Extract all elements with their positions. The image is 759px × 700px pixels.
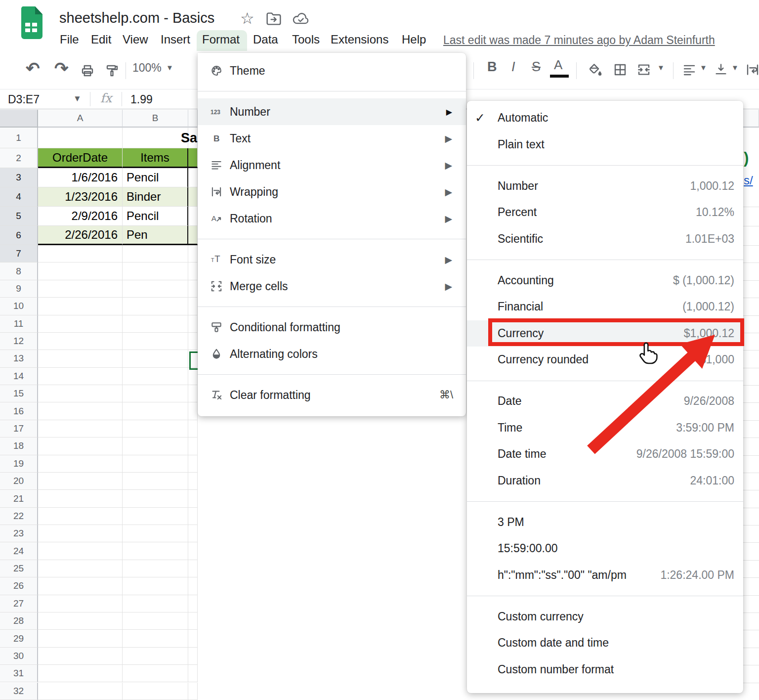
- cell-A30[interactable]: [38, 648, 123, 665]
- cell-B2[interactable]: Items: [123, 148, 188, 168]
- row-header-26[interactable]: 26: [0, 577, 38, 595]
- cell-B13[interactable]: [123, 350, 188, 367]
- cell-A14[interactable]: [38, 368, 123, 385]
- row-header-8[interactable]: 8: [0, 262, 38, 280]
- cell-A27[interactable]: [38, 595, 123, 612]
- cell-C26[interactable]: [188, 577, 198, 595]
- cell-A11[interactable]: [38, 315, 123, 333]
- vertical-align-icon[interactable]: [714, 62, 728, 79]
- row-header-29[interactable]: 29: [0, 630, 38, 647]
- row-header-21[interactable]: 21: [0, 490, 38, 507]
- text-wrap-icon[interactable]: [745, 62, 759, 79]
- cell-A26[interactable]: [38, 577, 123, 595]
- cell-A20[interactable]: [38, 473, 123, 490]
- cell-A8[interactable]: [38, 262, 123, 280]
- select-all-corner[interactable]: [0, 110, 38, 128]
- row-header-9[interactable]: 9: [0, 280, 38, 298]
- row-header-7[interactable]: 7: [0, 245, 38, 262]
- cell-A17[interactable]: [38, 420, 123, 438]
- cell-B6[interactable]: Pen: [123, 226, 188, 245]
- format-menu-item-text[interactable]: BText▶: [198, 125, 466, 152]
- italic-icon[interactable]: I: [511, 59, 515, 75]
- cell-A12[interactable]: [38, 333, 123, 350]
- cell-C20[interactable]: [188, 473, 198, 490]
- row-header-11[interactable]: 11: [0, 315, 38, 333]
- menubar-item-view[interactable]: View: [123, 33, 148, 46]
- cell-B21[interactable]: [123, 490, 188, 507]
- cell-B17[interactable]: [123, 420, 188, 438]
- cell-C16[interactable]: [188, 402, 198, 420]
- row-header-12[interactable]: 12: [0, 333, 38, 350]
- zoom-caret-icon[interactable]: ▼: [166, 63, 173, 72]
- cell-B4[interactable]: Binder: [123, 187, 188, 207]
- cell-A9[interactable]: [38, 280, 123, 298]
- cell-C22[interactable]: [188, 508, 198, 525]
- cell-B20[interactable]: [123, 473, 188, 490]
- cell-B28[interactable]: [123, 612, 188, 630]
- cell-B16[interactable]: [123, 402, 188, 420]
- formula-input-value[interactable]: 1.99: [130, 93, 153, 106]
- row-header-22[interactable]: 22: [0, 508, 38, 525]
- row-header-10[interactable]: 10: [0, 298, 38, 315]
- cell-B30[interactable]: [123, 648, 188, 665]
- number-menu-item-h-mm-ss-00-am-pm[interactable]: h":"mm":"ss"."00" "am/pm1:26:24.00 PM: [467, 562, 743, 589]
- cell-C29[interactable]: [188, 630, 198, 647]
- cell-B11[interactable]: [123, 315, 188, 333]
- valign-caret-icon[interactable]: ▼: [731, 63, 739, 72]
- cell-C23[interactable]: [188, 525, 198, 542]
- cell-C30[interactable]: [188, 648, 198, 665]
- cell-C6[interactable]: [188, 226, 198, 245]
- cell-C4[interactable]: [188, 187, 198, 207]
- cell-C5[interactable]: [188, 207, 198, 226]
- zoom-select[interactable]: 100%: [132, 61, 162, 75]
- borders-icon[interactable]: [613, 62, 628, 79]
- cell-A6[interactable]: 2/26/2016: [38, 226, 123, 245]
- halign-caret-icon[interactable]: ▼: [700, 63, 707, 72]
- format-menu-item-number[interactable]: 123Number▶: [198, 98, 466, 125]
- format-menu-item-alignment[interactable]: Alignment▶: [198, 152, 466, 178]
- row-header-15[interactable]: 15: [0, 385, 38, 402]
- menubar-item-file[interactable]: File: [60, 33, 79, 46]
- cell-A5[interactable]: 2/9/2016: [38, 207, 123, 226]
- undo-icon[interactable]: ↶: [26, 58, 40, 78]
- cell-C8[interactable]: [188, 262, 198, 280]
- cell-C10[interactable]: [188, 298, 198, 315]
- row-header-18[interactable]: 18: [0, 438, 38, 455]
- row-header-25[interactable]: 25: [0, 560, 38, 577]
- column-header-A[interactable]: A: [38, 110, 123, 128]
- row-header-4[interactable]: 4: [0, 187, 38, 207]
- cell-A10[interactable]: [38, 298, 123, 315]
- menubar-item-help[interactable]: Help: [402, 33, 426, 46]
- cell-C25[interactable]: [188, 560, 198, 577]
- cell-C21[interactable]: [188, 490, 198, 507]
- name-box-caret-icon[interactable]: ▼: [73, 94, 82, 104]
- redo-icon[interactable]: ↷: [54, 58, 69, 78]
- cell-C9[interactable]: [188, 280, 198, 298]
- link-text-fragment[interactable]: s/: [744, 174, 753, 187]
- menubar-item-data[interactable]: Data: [253, 33, 278, 46]
- cell-B7[interactable]: [123, 245, 188, 262]
- cell-C31[interactable]: [188, 665, 198, 682]
- cell-B31[interactable]: [123, 665, 188, 682]
- number-menu-item-percent[interactable]: Percent10.12%: [467, 199, 743, 226]
- cell-C11[interactable]: [188, 315, 198, 333]
- format-menu-item-font-size[interactable]: TTFont size▶: [198, 246, 466, 273]
- cell-A21[interactable]: [38, 490, 123, 507]
- number-menu-item-automatic[interactable]: ✓Automatic: [467, 105, 743, 131]
- number-menu-item-duration[interactable]: Duration24:01:00: [467, 468, 743, 494]
- cell-A29[interactable]: [38, 630, 123, 647]
- cell-A23[interactable]: [38, 525, 123, 542]
- format-menu-item-conditional-formatting[interactable]: Conditional formatting: [198, 314, 466, 341]
- cell-B14[interactable]: [123, 368, 188, 385]
- number-menu-item-accounting[interactable]: Accounting$ (1,000.12): [467, 267, 743, 294]
- cell-C32[interactable]: [188, 683, 198, 700]
- number-menu-item-custom-number-format[interactable]: Custom number format: [467, 656, 743, 683]
- cell-B32[interactable]: [123, 683, 188, 700]
- number-menu-item-3-pm[interactable]: 3 PM: [467, 509, 743, 536]
- row-header-16[interactable]: 16: [0, 402, 38, 420]
- cell-B8[interactable]: [123, 262, 188, 280]
- number-menu-item-time[interactable]: Time3:59:00 PM: [467, 415, 743, 441]
- number-menu-item-number[interactable]: Number1,000.12: [467, 173, 743, 200]
- number-menu-item-date-time[interactable]: Date time9/26/2008 15:59:00: [467, 441, 743, 468]
- menubar-item-tools[interactable]: Tools: [292, 33, 320, 46]
